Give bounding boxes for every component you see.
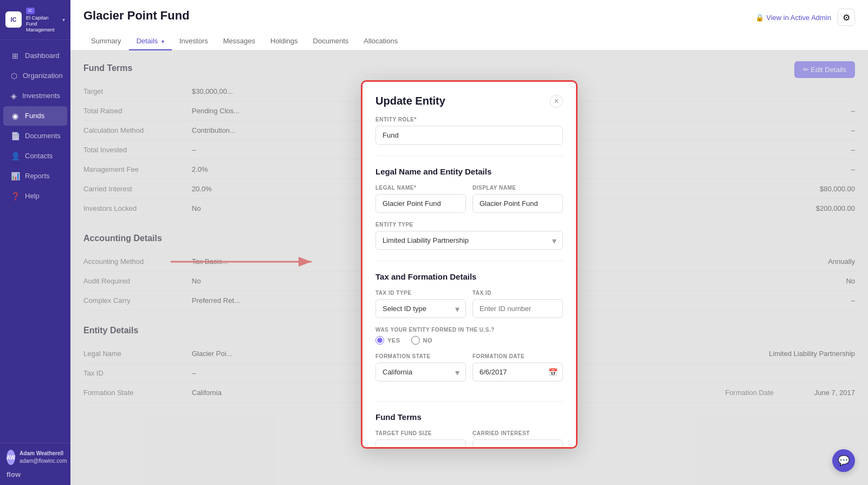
carried-interest-input[interactable] (472, 439, 563, 449)
sidebar-item-contacts[interactable]: 👤 Contacts (3, 146, 67, 166)
lock-icon: 🔒 (755, 14, 764, 22)
display-name-group: DISPLAY NAME (472, 185, 563, 213)
organization-icon: ⬡ (11, 72, 17, 80)
tab-summary[interactable]: Summary (83, 33, 129, 50)
sidebar-item-dashboard[interactable]: ⊞ Dashboard (3, 46, 67, 66)
tab-details[interactable]: Details ▾ (129, 33, 172, 50)
user-email: adam@flowinc.com (20, 457, 67, 465)
sidebar-item-help[interactable]: ❓ Help (3, 186, 67, 206)
sidebar-item-label: Investments (22, 92, 60, 100)
target-fund-size-label: TARGET FUND SIZE (375, 430, 466, 436)
tax-section-title: Tax and Formation Details (375, 272, 563, 281)
entity-role-label: ENTITY ROLE* (375, 117, 563, 122)
section-divider-3 (375, 401, 563, 402)
tabs: Summary Details ▾ Investors Messages Hol… (83, 33, 855, 50)
user-details: Adam Weatherell adam@flowinc.com (20, 450, 67, 465)
sidebar-item-label: Reports (25, 172, 50, 180)
content-area: ✏ Edit Details Fund Terms Target $30,000… (70, 50, 868, 485)
modal-overlay: Update Entity × ENTITY ROLE* (70, 50, 868, 485)
sidebar-item-investments[interactable]: ◈ Investments (3, 86, 67, 106)
entity-type-select[interactable]: Limited Liability Partnership Corporatio… (375, 231, 563, 250)
formation-state-select-wrapper: California New York Texas (375, 363, 466, 381)
yes-radio-input[interactable] (375, 336, 384, 345)
formation-state-group: FORMATION STATE California New York Texa… (375, 353, 466, 381)
tax-id-type-select[interactable]: Select ID type (375, 299, 466, 318)
name-row: LEGAL NAME* DISPLAY NAME (375, 185, 563, 222)
sidebar-item-documents[interactable]: 📄 Documents (3, 126, 67, 146)
flow-logo: flow (7, 470, 64, 478)
view-admin-link[interactable]: 🔒 View in Active Admin (755, 14, 831, 22)
tab-documents[interactable]: Documents (306, 33, 357, 50)
sidebar-item-funds[interactable]: ◉ Funds (3, 106, 67, 126)
tax-id-type-group: TAX ID TYPE Select ID type (375, 290, 466, 318)
entity-type-label: ENTITY TYPE (375, 222, 563, 228)
investments-icon: ◈ (11, 92, 17, 100)
entity-type-group: ENTITY TYPE Limited Liability Partnershi… (375, 222, 563, 250)
chat-bubble-button[interactable]: 💬 (832, 449, 855, 472)
org-tag-badge: IC (26, 8, 35, 14)
fund-terms-modal-title: Fund Terms (375, 412, 563, 422)
page-title: Glacier Point Fund (83, 9, 190, 23)
update-entity-modal: Update Entity × ENTITY ROLE* (361, 80, 578, 449)
sidebar-item-organization[interactable]: ⬡ Organization (3, 66, 67, 86)
sidebar-item-label: Funds (25, 112, 44, 120)
chat-icon: 💬 (838, 455, 850, 467)
tax-id-row: TAX ID TYPE Select ID type (375, 290, 563, 327)
dashboard-icon: ⊞ (11, 51, 20, 60)
section-divider (375, 156, 563, 156)
top-header: Glacier Point Fund 🔒 View in Active Admi… (70, 0, 868, 50)
tax-id-type-select-wrapper: Select ID type (375, 299, 466, 318)
tax-id-type-label: TAX ID TYPE (375, 290, 466, 296)
sidebar-item-reports[interactable]: 📊 Reports (3, 166, 67, 186)
yes-radio-option[interactable]: YES (375, 336, 400, 345)
carried-interest-group: CARRIED INTEREST (472, 430, 563, 449)
sidebar-header[interactable]: IC IC El Capitan Fund Management ▾ (0, 0, 70, 40)
no-radio-input[interactable] (411, 336, 420, 345)
modal-header: Update Entity × (362, 82, 576, 117)
tab-arrow-icon: ▾ (161, 38, 164, 44)
user-name: Adam Weatherell (20, 450, 67, 457)
carried-interest-label: CARRIED INTEREST (472, 430, 563, 436)
sidebar-nav: ⊞ Dashboard ⬡ Organization ◈ Investments… (0, 40, 70, 443)
modal-wrapper: Update Entity × ENTITY ROLE* (361, 80, 578, 449)
sidebar-footer: AW Adam Weatherell adam@flowinc.com flow (0, 443, 70, 485)
main-content: Glacier Point Fund 🔒 View in Active Admi… (70, 0, 868, 485)
target-fund-size-group: TARGET FUND SIZE (375, 430, 466, 449)
formation-state-select[interactable]: California New York Texas (375, 363, 466, 381)
funds-icon: ◉ (11, 112, 20, 120)
target-fund-size-input[interactable] (375, 439, 466, 449)
legal-name-label: LEGAL NAME* (375, 185, 466, 191)
help-icon: ❓ (11, 192, 20, 201)
entity-role-input[interactable] (375, 126, 563, 145)
org-info: IC El Capitan Fund Management (26, 7, 58, 33)
formation-date-input[interactable] (472, 363, 563, 381)
sidebar-item-label: Organization (23, 72, 63, 80)
formation-state-label: FORMATION STATE (375, 353, 466, 359)
fund-terms-row: TARGET FUND SIZE CARRIED INTEREST (375, 430, 563, 449)
no-radio-option[interactable]: NO (411, 336, 433, 345)
tab-holdings[interactable]: Holdings (263, 33, 306, 50)
user-info-section: AW Adam Weatherell adam@flowinc.com (7, 450, 64, 465)
formation-date-label: FORMATION DATE (472, 353, 563, 359)
settings-icon: ⚙ (843, 12, 850, 23)
formation-date-group: FORMATION DATE 📅 (472, 353, 563, 381)
tax-id-input[interactable] (472, 299, 563, 318)
tax-id-label: TAX ID (472, 290, 563, 296)
formation-row: FORMATION STATE California New York Texa… (375, 353, 563, 390)
sidebar-item-label: Documents (25, 132, 61, 140)
display-name-label: DISPLAY NAME (472, 185, 563, 191)
modal-close-button[interactable]: × (550, 95, 563, 108)
tab-allocations[interactable]: Allocations (356, 33, 405, 50)
tab-messages[interactable]: Messages (216, 33, 263, 50)
display-name-input[interactable] (472, 194, 563, 213)
sidebar: IC IC El Capitan Fund Management ▾ ⊞ Das… (0, 0, 70, 485)
section-divider-2 (375, 261, 563, 261)
formed-us-group: WAS YOUR ENTITY FORMED IN THE U.S.? YES … (375, 327, 563, 345)
entity-role-group: ENTITY ROLE* (375, 117, 563, 145)
reports-icon: 📊 (11, 172, 20, 180)
org-name: El Capitan Fund Management (26, 15, 58, 33)
legal-name-input[interactable] (375, 194, 466, 213)
tab-investors[interactable]: Investors (172, 33, 216, 50)
settings-button[interactable]: ⚙ (838, 9, 855, 26)
legal-name-group: LEGAL NAME* (375, 185, 466, 213)
